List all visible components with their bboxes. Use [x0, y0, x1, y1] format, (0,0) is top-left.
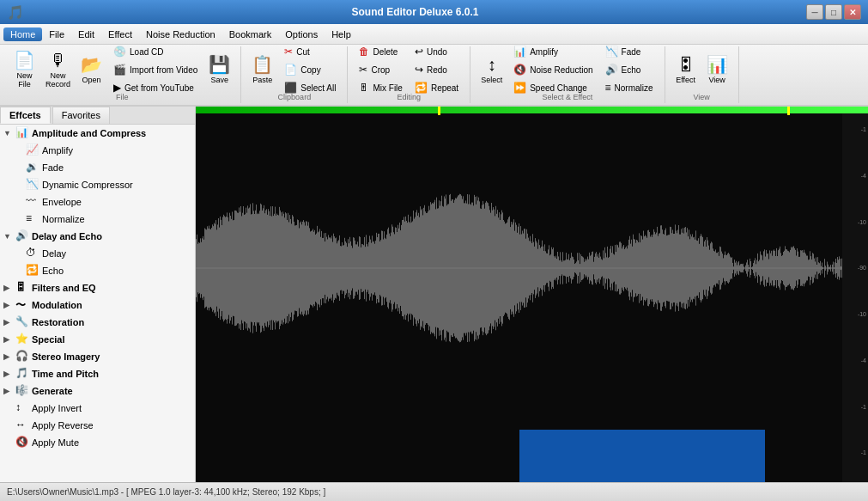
echo-icon: 🔁	[26, 264, 39, 278]
view-button[interactable]: 📊 View	[701, 47, 733, 92]
toolbar-file-group: 📄 New File 🎙 New Record 📂 Open 💿Load CD …	[3, 46, 241, 103]
tree-item-delay-echo[interactable]: ▼ 🔊 Delay and Echo	[0, 228, 195, 245]
view-icon: 📊	[707, 54, 728, 75]
amplitude-icon: 📊	[15, 126, 29, 140]
tree-item-echo[interactable]: 🔁 Echo	[0, 262, 195, 279]
redo-button[interactable]: ↪Redo	[409, 61, 464, 78]
special-icon: ⭐	[15, 333, 29, 346]
tree-item-apply-reverse[interactable]: ↔ Apply Reverse	[0, 417, 195, 434]
modulation-label: Modulation	[32, 300, 82, 310]
new-file-icon: 📄	[14, 50, 35, 70]
tree-item-amplify[interactable]: 📈 Amplify	[0, 142, 195, 159]
stereo-imagery-label: Stereo Imagery	[32, 351, 100, 362]
file-group-label: File	[3, 93, 240, 101]
open-button[interactable]: 📂 Open	[76, 47, 107, 92]
tree-item-delay[interactable]: ⏱ Delay	[0, 245, 195, 262]
copy-button[interactable]: 📄Copy	[278, 61, 342, 78]
tree-item-stereo-imagery[interactable]: ▶ 🎧 Stereo Imagery	[0, 348, 195, 365]
waveform-canvas-2[interactable]	[196, 430, 842, 482]
new-file-button[interactable]: 📄 New File	[9, 47, 40, 92]
waveform-canvas-1[interactable]	[196, 107, 842, 430]
import-video-button[interactable]: 🎬Import from Video	[107, 61, 203, 78]
editing-sub-buttons: 🗑Delete ✂Crop 🎚Mix File	[353, 43, 408, 96]
toolbar-clipboard-group: 📋 Paste ✂Cut 📄Copy ⬛Select All Clipboard	[241, 46, 348, 103]
noise-reduction-button[interactable]: 🔇Noise Reduction	[507, 61, 598, 78]
tree-item-amplitude[interactable]: ▼ 📊 Amplitude and Compress	[0, 125, 195, 142]
new-record-icon: 🎙	[50, 51, 67, 70]
sidebar-tab-favorites[interactable]: Favorites	[52, 107, 110, 124]
tree-item-dynamic-compressor[interactable]: 📉 Dynamic Compressor	[0, 176, 195, 193]
undo-button[interactable]: ↩Undo	[409, 43, 464, 60]
menu-options[interactable]: Options	[278, 27, 325, 41]
toolbar-editing-group: 🗑Delete ✂Crop 🎚Mix File ↩Undo ↪Redo 🔁Rep…	[348, 46, 470, 103]
load-cd-button[interactable]: 💿Load CD	[107, 43, 203, 60]
tree-arrow: ▼	[3, 232, 15, 241]
minimize-button[interactable]: ─	[806, 4, 823, 20]
delete-button[interactable]: 🗑Delete	[353, 43, 408, 60]
stereo-imagery-icon: 🎧	[15, 350, 29, 364]
tree-item-generate[interactable]: ▶ 🎼 Generate	[0, 382, 195, 400]
window-controls: ─ □ ✕	[806, 4, 861, 20]
time-pitch-label: Time and Pitch	[32, 369, 99, 379]
apply-reverse-icon: ↔	[15, 419, 29, 432]
maximize-button[interactable]: □	[825, 4, 842, 20]
menu-home[interactable]: Home	[3, 27, 42, 41]
effect-button[interactable]: 🎛 Effect	[671, 47, 701, 92]
new-file-label: New File	[16, 72, 32, 89]
sidebar-tab-effects[interactable]: Effcets	[0, 107, 51, 124]
tree-item-apply-invert[interactable]: ↕ Apply Invert	[0, 400, 195, 417]
tree-item-filters-eq[interactable]: ▶ 🎛 Filters and EQ	[0, 279, 195, 296]
crop-button[interactable]: ✂Crop	[353, 61, 408, 78]
tree-item-envelope[interactable]: 〰 Envelope	[0, 193, 195, 211]
menu-effect[interactable]: Effect	[101, 27, 139, 41]
dynamic-compressor-label: Dynamic Compressor	[42, 180, 133, 190]
tree-item-fade[interactable]: 🔉 Fade	[0, 159, 195, 176]
fade-icon: 🔉	[26, 161, 39, 174]
new-record-button[interactable]: 🎙 New Record	[40, 47, 76, 92]
echo-button[interactable]: 🔊Echo	[599, 61, 659, 78]
status-text: E:\Users\Owner\Music\1.mp3 - [ MPEG 1.0 …	[7, 487, 325, 497]
save-label: Save	[211, 76, 229, 85]
save-icon: 💾	[209, 54, 230, 75]
cut-button[interactable]: ✂Cut	[278, 43, 342, 60]
app-title: Sound Editor Deluxe 6.0.1	[24, 6, 806, 18]
delay-echo-icon: 🔊	[15, 229, 29, 243]
amplify-label: Amplify	[42, 145, 73, 156]
menu-help[interactable]: Help	[325, 27, 358, 41]
select-button[interactable]: ↕ Select	[476, 47, 507, 92]
save-button[interactable]: 💾 Save	[203, 47, 235, 92]
tree-arrow: ▶	[3, 352, 15, 361]
select-icon: ↕	[488, 55, 496, 75]
channel-2-row: -1-4-10-90-10-4-1	[196, 430, 868, 482]
tree-item-restoration[interactable]: ▶ 🔧 Restoration	[0, 314, 195, 331]
tree-item-apply-mute[interactable]: 🔇 Apply Mute	[0, 434, 195, 451]
db-scale-1: -1-4-10-90-10-4-1	[842, 107, 868, 430]
amplify-button[interactable]: 📊Amplify	[507, 43, 598, 60]
paste-button[interactable]: 📋 Paste	[246, 47, 278, 92]
menu-bookmark[interactable]: Bookmark	[222, 27, 279, 41]
tree-arrow: ▶	[3, 387, 15, 395]
amplitude-label: Amplitude and Compress	[32, 128, 146, 138]
toolbar: 📄 New File 🎙 New Record 📂 Open 💿Load CD …	[0, 45, 868, 107]
apply-mute-label: Apply Mute	[32, 437, 79, 448]
restoration-label: Restoration	[32, 317, 84, 327]
main-area: Effcets Favorites ▼ 📊 Amplitude and Comp…	[0, 107, 868, 482]
generate-icon: 🎼	[15, 384, 29, 398]
apply-invert-label: Apply Invert	[32, 403, 82, 413]
generate-label: Generate	[32, 386, 73, 396]
envelope-icon: 〰	[26, 195, 39, 209]
open-icon: 📂	[81, 54, 102, 75]
tree-item-special[interactable]: ▶ ⭐ Special	[0, 331, 195, 348]
tree-item-normalize[interactable]: ≡ Normalize	[0, 211, 195, 228]
tree-arrow: ▼	[3, 129, 15, 137]
menu-edit[interactable]: Edit	[71, 27, 101, 41]
close-button[interactable]: ✕	[844, 4, 861, 20]
menu-noise-reduction[interactable]: Noise Reduction	[139, 27, 222, 41]
select-effect-group-label: Select & Effect	[470, 93, 664, 101]
clipboard-sub-buttons: ✂Cut 📄Copy ⬛Select All	[278, 43, 342, 96]
menu-file[interactable]: File	[42, 27, 71, 41]
tree-item-time-pitch[interactable]: ▶ 🎵 Time and Pitch	[0, 365, 195, 382]
tree-item-modulation[interactable]: ▶ 〜 Modulation	[0, 296, 195, 314]
fade-button[interactable]: 📉Fade	[599, 43, 659, 60]
marker-end	[787, 107, 790, 115]
